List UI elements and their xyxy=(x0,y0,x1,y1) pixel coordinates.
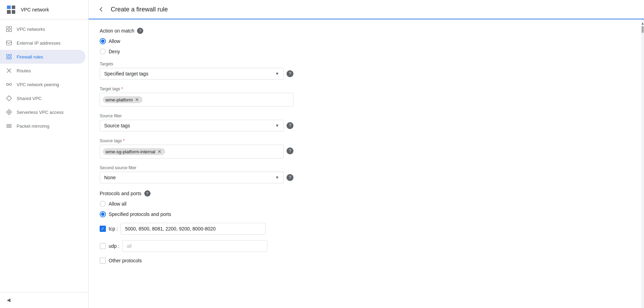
sidebar-item-external-ip[interactable]: External IP addresses xyxy=(0,36,85,50)
svg-rect-8 xyxy=(10,57,11,59)
second-source-filter-field: Second source filter None ▼ ? xyxy=(100,165,293,183)
external-ip-icon xyxy=(6,39,12,46)
sidebar-item-serverless-vpc[interactable]: Serverless VPC access xyxy=(0,105,85,119)
source-filter-dropdown-arrow: ▼ xyxy=(275,123,279,128)
sidebar-item-label-vpc-networks: VPC networks xyxy=(17,27,45,32)
protocols-ports-title: Protocols and ports ? xyxy=(100,190,630,197)
sidebar-item-firewall-rules[interactable]: Firewall rules xyxy=(0,50,85,64)
svg-rect-5 xyxy=(7,54,8,56)
firewall-rules-icon xyxy=(6,53,12,60)
targets-dropdown-arrow: ▼ xyxy=(275,71,279,76)
specified-protocols-radio-circle xyxy=(100,211,106,217)
specified-protocols-radio-label: Specified protocols and ports xyxy=(109,211,171,217)
source-tags-label: Source tags * xyxy=(100,138,293,143)
svg-rect-2 xyxy=(7,30,9,32)
svg-marker-14 xyxy=(7,96,12,101)
svg-rect-4 xyxy=(7,41,12,45)
source-tags-help-icon[interactable]: ? xyxy=(287,147,293,154)
action-allow-radio[interactable]: Allow xyxy=(100,38,630,44)
second-source-filter-select-wrapper: None ▼ ? xyxy=(100,172,293,183)
allow-all-radio[interactable]: Allow all xyxy=(100,201,630,207)
udp-checkbox xyxy=(100,243,106,249)
scroll-up-arrow[interactable]: ▲ xyxy=(640,21,644,26)
sidebar-item-label-routes: Routes xyxy=(17,68,31,73)
allow-all-radio-circle xyxy=(100,201,106,207)
other-protocols-checkbox xyxy=(100,257,106,264)
tcp-label: tcp : xyxy=(109,226,118,232)
source-tag-wme-sg-platform-internal-close[interactable]: ✕ xyxy=(157,149,162,154)
allow-radio-label: Allow xyxy=(109,38,120,44)
allow-all-radio-label: Allow all xyxy=(109,201,126,207)
targets-help-icon[interactable]: ? xyxy=(287,70,293,77)
routes-icon xyxy=(6,67,12,74)
collapse-sidebar-button[interactable]: ◄ xyxy=(6,297,83,304)
vpc-networks-icon xyxy=(6,26,12,33)
packet-mirroring-icon xyxy=(6,123,12,129)
sidebar-item-label-external-ip: External IP addresses xyxy=(17,40,61,46)
sidebar-footer: ◄ xyxy=(0,292,88,308)
udp-protocol-row: udp : xyxy=(100,240,630,252)
source-tags-input[interactable]: wme-sg-platform-internal ✕ xyxy=(100,145,284,158)
source-filter-help-icon[interactable]: ? xyxy=(287,122,293,129)
source-filter-select[interactable]: Source tags ▼ xyxy=(100,120,284,132)
deny-radio-label: Deny xyxy=(109,49,120,54)
sidebar-title: VPC network xyxy=(21,7,49,12)
svg-rect-7 xyxy=(7,57,8,59)
sidebar-item-routes[interactable]: Routes xyxy=(0,64,85,78)
source-filter-label: Source filter xyxy=(100,114,293,118)
svg-rect-0 xyxy=(7,27,9,29)
svg-point-12 xyxy=(10,83,12,85)
sidebar-item-label-firewall-rules: Firewall rules xyxy=(17,54,43,60)
targets-field: Targets Specified target tags ▼ ? xyxy=(100,62,293,80)
udp-checkbox-item[interactable]: udp : xyxy=(100,240,630,252)
source-tags-field: Source tags * wme-sg-platform-internal ✕… xyxy=(100,138,293,158)
top-bar: Create a firewall rule xyxy=(89,0,644,19)
tcp-protocol-row: ✓ tcp : xyxy=(100,223,630,235)
other-protocols-row: Other protocols xyxy=(100,257,630,264)
sidebar-header: VPC network xyxy=(0,0,88,19)
sidebar-item-vpc-networks[interactable]: VPC networks xyxy=(0,22,85,36)
action-deny-radio[interactable]: Deny xyxy=(100,48,630,55)
target-tags-field: Target tags * wme-platform ✕ xyxy=(100,87,293,107)
vpc-peering-icon xyxy=(6,81,12,88)
action-on-match-help-icon[interactable]: ? xyxy=(137,28,143,34)
page-title: Create a firewall rule xyxy=(111,6,168,13)
app-logo xyxy=(6,4,17,15)
specified-protocols-radio[interactable]: Specified protocols and ports xyxy=(100,211,630,217)
scrollbar[interactable]: ▲ xyxy=(641,19,644,308)
sidebar-item-packet-mirroring[interactable]: Packet mirroring xyxy=(0,119,85,133)
source-tag-wme-sg-platform-internal: wme-sg-platform-internal ✕ xyxy=(103,148,165,155)
svg-point-15 xyxy=(8,111,10,113)
other-protocols-label: Other protocols xyxy=(109,258,142,263)
back-button[interactable] xyxy=(97,5,105,13)
serverless-vpc-icon xyxy=(6,109,12,116)
action-on-match-section-title: Action on match ? xyxy=(100,28,630,34)
other-protocols-checkbox-item[interactable]: Other protocols xyxy=(100,257,630,264)
shared-vpc-icon xyxy=(6,95,12,102)
second-source-filter-help-icon[interactable]: ? xyxy=(287,174,293,181)
udp-ports-input[interactable] xyxy=(122,240,267,252)
second-source-filter-select[interactable]: None ▼ xyxy=(100,172,284,183)
tcp-ports-input[interactable] xyxy=(120,223,266,235)
svg-rect-6 xyxy=(10,54,11,56)
target-tag-wme-platform: wme-platform ✕ xyxy=(103,96,143,103)
target-tag-wme-platform-close[interactable]: ✕ xyxy=(134,97,140,102)
sidebar-item-label-packet-mirroring: Packet mirroring xyxy=(17,124,49,129)
targets-select-wrapper: Specified target tags ▼ ? xyxy=(100,68,293,80)
sidebar-item-vpc-peering[interactable]: VPC network peering xyxy=(0,78,85,91)
targets-select[interactable]: Specified target tags ▼ xyxy=(100,68,284,80)
sidebar-item-shared-vpc[interactable]: Shared VPC xyxy=(0,91,85,105)
scroll-thumb[interactable] xyxy=(642,26,644,33)
protocols-ports-help-icon[interactable]: ? xyxy=(144,190,151,197)
sidebar-item-label-shared-vpc: Shared VPC xyxy=(17,96,42,101)
deny-radio-circle xyxy=(100,48,106,55)
svg-rect-1 xyxy=(10,27,12,29)
source-filter-select-wrapper: Source tags ▼ ? xyxy=(100,120,293,132)
sidebar: VPC network VPC networks External IP add… xyxy=(0,0,89,308)
target-tags-input[interactable]: wme-platform ✕ xyxy=(100,93,293,107)
second-source-filter-dropdown-arrow: ▼ xyxy=(275,175,279,180)
sidebar-nav: VPC networks External IP addresses Firew… xyxy=(0,19,88,292)
tcp-checkbox-item[interactable]: ✓ tcp : xyxy=(100,223,630,235)
sidebar-item-label-serverless-vpc: Serverless VPC access xyxy=(17,110,64,115)
svg-point-11 xyxy=(7,83,9,85)
